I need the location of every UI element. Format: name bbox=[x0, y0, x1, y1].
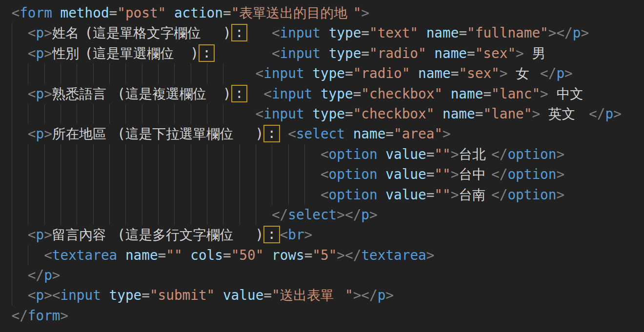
code-token: > bbox=[337, 207, 345, 223]
code-token: > bbox=[451, 187, 459, 203]
code-token: = bbox=[353, 86, 362, 102]
code-token: = bbox=[451, 65, 459, 81]
code-token: = bbox=[223, 5, 231, 21]
code-token: ( bbox=[117, 126, 125, 142]
code-token: 熟悉語言 bbox=[52, 84, 117, 104]
code-token: "5" bbox=[312, 247, 337, 263]
unicode-highlight-colon-box: : bbox=[231, 24, 247, 41]
code-token: > bbox=[443, 126, 451, 142]
code-token bbox=[12, 106, 256, 122]
code-token: ( bbox=[117, 227, 125, 243]
code-token: 這是單選欄位 bbox=[93, 43, 190, 63]
code-token bbox=[12, 126, 28, 142]
code-token: "lanc" bbox=[491, 86, 540, 102]
code-line: <form method="post" action="表單送出的目的地"> bbox=[12, 3, 644, 23]
code-token: p bbox=[361, 207, 369, 223]
code-token bbox=[345, 126, 353, 142]
code-line: <p><input type="submit" value="送出表單"></p… bbox=[12, 285, 644, 305]
code-token: 留言內容 bbox=[52, 225, 117, 245]
code-token: 送出表單 bbox=[280, 285, 345, 305]
code-token: "checkbox" bbox=[361, 86, 443, 102]
code-token: > bbox=[44, 126, 52, 142]
code-editor[interactable]: <form method="post" action="表單送出的目的地"> <… bbox=[0, 0, 644, 332]
code-token: = bbox=[475, 106, 483, 122]
code-token: < bbox=[321, 166, 329, 182]
code-line: <p>留言內容(這是多行文字欄位):<br> bbox=[12, 225, 644, 245]
code-token bbox=[12, 247, 44, 263]
code-token: textarea bbox=[361, 247, 426, 263]
code-line: <input type="radio" name="sex"> 女 </p> bbox=[12, 63, 644, 83]
code-token: > bbox=[44, 287, 52, 303]
code-line: </form> bbox=[12, 306, 644, 326]
code-token bbox=[12, 65, 256, 81]
code-token: > bbox=[369, 207, 378, 223]
code-token: "sex" bbox=[475, 45, 516, 61]
code-token: </ bbox=[589, 106, 605, 122]
code-token: </ bbox=[491, 187, 507, 203]
code-token: type bbox=[329, 25, 362, 41]
code-token: "" bbox=[166, 247, 182, 263]
code-token: > bbox=[304, 227, 313, 243]
code-token: value bbox=[385, 166, 426, 182]
code-token: < bbox=[28, 126, 36, 142]
code-token: > bbox=[516, 45, 524, 61]
code-token: = bbox=[483, 86, 491, 102]
unicode-highlight-colon-box: : bbox=[199, 44, 215, 62]
code-token: 所在地區 bbox=[52, 124, 117, 144]
code-token: > bbox=[385, 287, 394, 303]
code-token: 這是複選欄位 bbox=[125, 84, 223, 104]
code-token: = bbox=[385, 126, 394, 142]
code-token: 女 bbox=[516, 63, 532, 83]
code-token: type bbox=[312, 106, 345, 122]
code-token: 性別 bbox=[52, 43, 85, 63]
code-token: ( bbox=[85, 25, 93, 41]
code-token: value bbox=[223, 287, 263, 303]
code-token bbox=[532, 65, 540, 81]
code-token: = bbox=[361, 45, 369, 61]
code-token: "50" bbox=[231, 247, 264, 263]
code-token: "area" bbox=[394, 126, 443, 142]
code-token: p bbox=[36, 25, 44, 41]
code-token: > bbox=[556, 146, 564, 162]
code-line: <option value="">台中</option> bbox=[12, 164, 644, 184]
code-token: option bbox=[329, 166, 378, 182]
code-token: = bbox=[223, 247, 231, 263]
code-token: name bbox=[443, 106, 475, 122]
code-token: select bbox=[296, 126, 345, 142]
code-token: < bbox=[280, 227, 288, 243]
code-token: 姓名 bbox=[52, 23, 85, 43]
code-token: name bbox=[353, 126, 386, 142]
code-token: = bbox=[109, 5, 118, 21]
code-token bbox=[12, 207, 272, 223]
code-token bbox=[321, 25, 329, 41]
code-token bbox=[540, 106, 548, 122]
code-token bbox=[321, 45, 329, 61]
code-line: <input type="checkbox" name="lane"> 英文 <… bbox=[12, 104, 644, 124]
code-token: "submit" bbox=[150, 287, 215, 303]
code-token: option bbox=[329, 146, 378, 162]
code-token: p bbox=[36, 86, 44, 102]
code-token: rows bbox=[272, 247, 304, 263]
unicode-highlight-colon-box: : bbox=[231, 85, 247, 102]
code-token: > bbox=[500, 65, 508, 81]
code-token: method bbox=[60, 5, 109, 21]
code-line: <p>熟悉語言(這是複選欄位): <input type="checkbox" … bbox=[12, 84, 644, 104]
code-token: </ bbox=[345, 207, 361, 223]
code-token: 這是多行文字欄位 bbox=[125, 225, 256, 245]
code-token: > bbox=[337, 247, 345, 263]
code-token: 這是單格文字欄位 bbox=[93, 23, 223, 43]
code-token: </ bbox=[12, 308, 28, 324]
code-token: p bbox=[36, 227, 44, 243]
code-token: </ bbox=[491, 146, 507, 162]
code-token: "text" bbox=[369, 25, 418, 41]
code-token: ) bbox=[223, 86, 231, 102]
code-token: > bbox=[361, 5, 369, 21]
code-token: < bbox=[272, 25, 280, 41]
code-token: > bbox=[581, 25, 589, 41]
code-token: input bbox=[263, 106, 304, 122]
code-token bbox=[12, 25, 28, 41]
code-token bbox=[280, 126, 288, 142]
code-token bbox=[263, 247, 272, 263]
code-token bbox=[52, 5, 60, 21]
code-line: <option value="">台南</option> bbox=[12, 185, 644, 205]
